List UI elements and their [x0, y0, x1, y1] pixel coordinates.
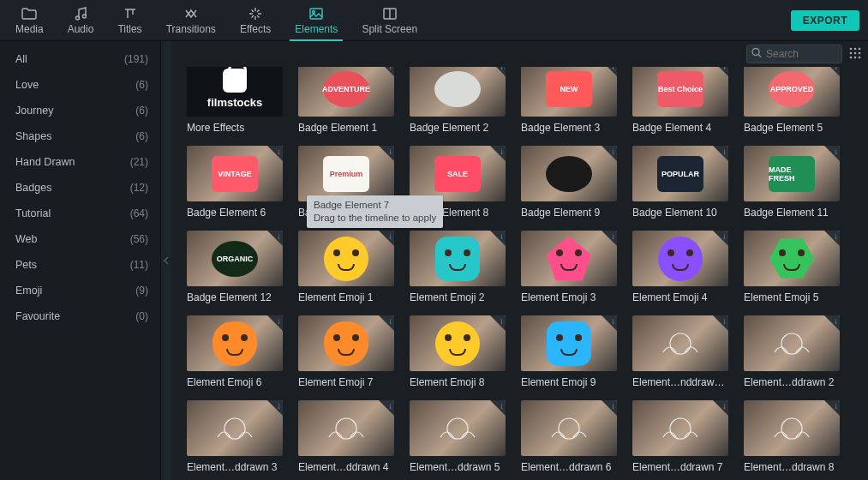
download-icon[interactable]: ↓ — [500, 147, 504, 156]
export-button[interactable]: EXPORT — [791, 10, 859, 31]
element-cell[interactable]: ↓Element…ddrawn 2 — [744, 315, 840, 388]
download-icon[interactable]: ↓ — [388, 231, 392, 241]
element-thumbnail[interactable]: ↓ — [410, 400, 506, 456]
element-thumbnail[interactable]: NEW↓ — [521, 67, 617, 117]
element-thumbnail[interactable]: Premium↓ — [298, 146, 394, 201]
download-icon[interactable]: ↓ — [722, 401, 727, 411]
download-icon[interactable]: ↓ — [277, 147, 281, 156]
element-cell[interactable]: ↓Element…ddrawn 4 — [298, 400, 394, 473]
download-icon[interactable]: ↓ — [388, 147, 392, 156]
element-cell[interactable]: VINTAGE↓Badge Element 6 — [187, 146, 283, 219]
tab-split-screen[interactable]: Split Screen — [350, 0, 429, 41]
sidebar-item[interactable]: Badges(12) — [0, 175, 160, 201]
download-icon[interactable]: ↓ — [611, 231, 615, 241]
sidebar-item[interactable]: Web(56) — [0, 226, 160, 252]
element-thumbnail[interactable]: ↓ — [187, 315, 283, 371]
element-thumbnail[interactable]: POPULAR↓ — [632, 146, 728, 201]
element-cell[interactable]: ↓Element Emoji 5 — [744, 231, 840, 303]
element-cell[interactable]: ORGANIC↓Badge Element 12 — [187, 231, 283, 303]
sidebar-item[interactable]: All(191) — [0, 46, 160, 72]
element-cell[interactable]: ↓Element Emoji 3 — [521, 231, 617, 303]
element-thumbnail[interactable]: ↓ — [410, 231, 506, 286]
download-icon[interactable]: ↓ — [388, 316, 392, 326]
download-icon[interactable]: ↓ — [611, 316, 615, 326]
download-icon[interactable]: ↓ — [611, 147, 615, 156]
element-thumbnail[interactable]: ↓ — [298, 400, 394, 456]
download-icon[interactable]: ↓ — [834, 316, 838, 326]
element-cell[interactable]: ↓Element…ddrawn 3 — [187, 400, 283, 473]
element-thumbnail[interactable]: ↓ — [187, 400, 283, 456]
element-thumbnail[interactable]: ORGANIC↓ — [187, 231, 283, 286]
download-icon[interactable]: ↓ — [834, 231, 838, 241]
tab-transitions[interactable]: Transitions — [154, 0, 228, 41]
element-cell[interactable]: APPROVED↓Badge Element 5 — [744, 67, 840, 134]
element-cell[interactable]: ADVENTURE↓Badge Element 1 — [298, 67, 394, 134]
element-thumbnail[interactable]: ADVENTURE↓ — [298, 67, 394, 117]
element-cell[interactable]: ↓Element…nddrawn 1 — [632, 315, 728, 388]
download-icon[interactable]: ↓ — [722, 67, 727, 71]
tab-audio[interactable]: Audio — [56, 0, 106, 41]
sidebar-item[interactable]: Shapes(6) — [0, 123, 160, 149]
sidebar-item[interactable]: Pets(11) — [0, 252, 160, 278]
element-thumbnail[interactable]: ↓ — [744, 315, 840, 371]
element-thumbnail[interactable]: ↓ — [298, 231, 394, 286]
sidebar-item[interactable]: Hand Drawn(21) — [0, 149, 160, 175]
element-cell[interactable]: Best Choice↓Badge Element 4 — [632, 67, 728, 134]
element-cell[interactable]: ↓Element Emoji 2 — [410, 231, 506, 303]
sidebar-item[interactable]: Tutorial(64) — [0, 201, 160, 226]
download-icon[interactable]: ↓ — [388, 401, 392, 411]
element-cell[interactable]: ↓Element Emoji 4 — [632, 231, 728, 303]
sidebar-item[interactable]: Love(6) — [0, 72, 160, 98]
download-icon[interactable]: ↓ — [388, 67, 392, 71]
element-cell[interactable]: ↓Element Emoji 1 — [298, 231, 394, 303]
element-thumbnail[interactable]: ↓ — [410, 67, 506, 117]
download-icon[interactable]: ↓ — [834, 147, 838, 156]
tab-media[interactable]: Media — [3, 0, 56, 41]
sidebar-collapse-handle[interactable] — [161, 41, 171, 480]
download-icon[interactable]: ↓ — [500, 231, 504, 241]
element-thumbnail[interactable]: ↓ — [521, 315, 617, 371]
element-thumbnail[interactable]: ↓ — [632, 315, 728, 371]
download-icon[interactable]: ↓ — [277, 316, 281, 326]
element-thumbnail[interactable]: SALE↓ — [410, 146, 506, 201]
element-cell[interactable]: ↓Element Emoji 6 — [187, 315, 283, 388]
element-thumbnail[interactable]: ↓ — [632, 400, 728, 456]
element-cell[interactable]: ↓Badge Element 9 — [521, 146, 617, 219]
element-cell[interactable]: MADE FRESH↓Badge Element 11 — [744, 146, 840, 219]
element-thumbnail[interactable]: APPROVED↓ — [744, 67, 840, 117]
element-cell[interactable]: NEW↓Badge Element 3 — [521, 67, 617, 134]
sidebar-item[interactable]: Journey(6) — [0, 98, 160, 123]
element-cell[interactable]: ↓Element Emoji 8 — [410, 315, 506, 388]
element-thumbnail[interactable]: MADE FRESH↓ — [744, 146, 840, 201]
elements-scroll[interactable]: filmstocksMore EffectsADVENTURE↓Badge El… — [171, 67, 868, 480]
download-icon[interactable]: ↓ — [500, 67, 504, 71]
download-icon[interactable]: ↓ — [722, 147, 727, 156]
download-icon[interactable]: ↓ — [722, 231, 727, 241]
download-icon[interactable]: ↓ — [500, 401, 504, 411]
download-icon[interactable]: ↓ — [611, 67, 615, 71]
sidebar-item[interactable]: Emoji(9) — [0, 278, 160, 303]
element-thumbnail[interactable]: Best Choice↓ — [632, 67, 728, 117]
element-cell[interactable]: ↓Element…ddrawn 7 — [632, 400, 728, 473]
element-cell[interactable]: Premium↓Badge Element 7Badge Element 7Dr… — [298, 146, 394, 219]
element-thumbnail[interactable]: ↓ — [744, 231, 840, 286]
download-icon[interactable]: ↓ — [834, 401, 838, 411]
download-icon[interactable]: ↓ — [722, 316, 727, 326]
element-thumbnail[interactable]: ↓ — [521, 231, 617, 286]
element-thumbnail[interactable]: ↓ — [632, 231, 728, 286]
element-thumbnail[interactable]: ↓ — [521, 400, 617, 456]
element-thumbnail[interactable]: ↓ — [298, 315, 394, 371]
element-thumbnail[interactable]: ↓ — [410, 315, 506, 371]
element-thumbnail[interactable]: ↓ — [521, 146, 617, 201]
element-cell[interactable]: ↓Element Emoji 7 — [298, 315, 394, 388]
element-thumbnail[interactable]: VINTAGE↓ — [187, 146, 283, 201]
element-cell[interactable]: ↓Element Emoji 9 — [521, 315, 617, 388]
download-icon[interactable]: ↓ — [611, 401, 615, 411]
tab-effects[interactable]: Effects — [228, 0, 283, 41]
element-cell[interactable]: ↓Element…ddrawn 6 — [521, 400, 617, 473]
download-icon[interactable]: ↓ — [500, 316, 504, 326]
element-cell[interactable]: filmstocksMore Effects — [187, 67, 283, 134]
tab-elements[interactable]: Elements — [283, 0, 350, 41]
element-thumbnail[interactable]: ↓ — [744, 400, 840, 456]
download-icon[interactable]: ↓ — [277, 401, 281, 411]
